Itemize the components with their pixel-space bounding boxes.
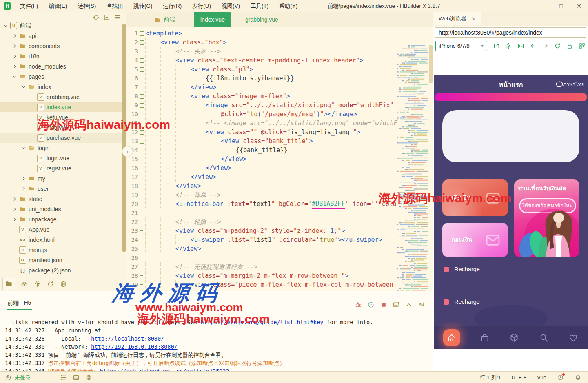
line-number[interactable]: 19 bbox=[126, 190, 138, 199]
close-tab-icon[interactable]: ✕ bbox=[471, 16, 476, 22]
chevron-right-icon[interactable] bbox=[11, 53, 18, 60]
bug-icon[interactable] bbox=[33, 280, 41, 288]
code-line[interactable]: 25</view> bbox=[126, 244, 433, 253]
line-number[interactable]: 5 bbox=[126, 65, 138, 74]
tree-item-api[interactable]: api bbox=[0, 31, 126, 41]
tree-item-grabbing-vue[interactable]: Vgrabbing.vue bbox=[0, 92, 126, 102]
maximize-button[interactable]: □ bbox=[552, 0, 570, 12]
chevron-right-icon[interactable] bbox=[11, 43, 18, 49]
tabbar-cube-icon[interactable] bbox=[509, 332, 519, 343]
tree-item-static[interactable]: static bbox=[0, 194, 126, 204]
collapse-all-icon[interactable] bbox=[103, 14, 110, 21]
code-line[interactable]: 6{{i18n.into_s.yihanwei}} bbox=[126, 74, 433, 83]
minimap[interactable] bbox=[395, 43, 428, 291]
line-number[interactable]: 7 bbox=[126, 83, 138, 92]
tree-item-node-modules[interactable]: node_modules bbox=[0, 61, 126, 71]
menu-icon[interactable] bbox=[114, 14, 121, 21]
line-number[interactable]: 3 bbox=[126, 47, 138, 56]
line-number[interactable]: 23 bbox=[126, 226, 138, 235]
binoculars-icon[interactable] bbox=[20, 280, 28, 288]
terminal-icon[interactable] bbox=[73, 374, 80, 381]
tree-item-i18n[interactable]: i18n bbox=[0, 51, 126, 61]
chevron-right-icon[interactable] bbox=[11, 63, 18, 70]
menu-item[interactable]: 工具(T) bbox=[251, 2, 268, 10]
menu-item[interactable]: 编辑(E) bbox=[49, 2, 67, 10]
qr-code-icon[interactable] bbox=[579, 42, 586, 49]
log-link[interactable]: http://localhost:8080/ bbox=[91, 335, 164, 342]
line-number[interactable]: 22 bbox=[126, 217, 138, 226]
tree-item-index-vue[interactable]: Vindex.vue bbox=[0, 102, 126, 112]
code-line[interactable]: 16</view> bbox=[126, 164, 433, 173]
console-tab[interactable]: 前端 - H5 bbox=[7, 299, 31, 307]
minimize-button[interactable]: – bbox=[534, 0, 552, 12]
tabbar-home-active[interactable] bbox=[443, 329, 460, 346]
line-number[interactable]: 20 bbox=[126, 199, 138, 208]
code-line[interactable]: 9<image src="../../static/xinxi.png" mod… bbox=[126, 101, 433, 110]
line-number[interactable]: 21 bbox=[126, 208, 138, 217]
tabbar-bag-icon[interactable] bbox=[479, 332, 490, 343]
url-input[interactable] bbox=[435, 27, 586, 38]
recharge-row[interactable]: Recharge bbox=[444, 299, 588, 305]
line-number[interactable]: 9 bbox=[126, 101, 138, 110]
code-line[interactable]: 17</view> bbox=[126, 173, 433, 182]
code-line[interactable]: 15</view> bbox=[126, 155, 433, 164]
line-number[interactable]: 24 bbox=[126, 235, 138, 244]
line-number[interactable]: 17 bbox=[126, 173, 138, 182]
code-line[interactable]: 4<view class="text-center m-padding-1 in… bbox=[126, 56, 433, 65]
code-line[interactable]: 3<!-- 头部 --> bbox=[126, 47, 433, 56]
tree-item-regist-vue[interactable]: Vregist.vue bbox=[0, 163, 126, 173]
code-line[interactable]: 24<u-swiper :list="list1" :circular='tru… bbox=[126, 235, 433, 244]
login-status[interactable]: 未登录 bbox=[5, 374, 31, 381]
chevron-right-icon[interactable] bbox=[20, 175, 27, 182]
language-switch[interactable]: ภาษาไทย bbox=[563, 80, 584, 89]
code-area[interactable]: 1<template>2<view class="box">3<!-- 头部 -… bbox=[126, 27, 433, 291]
code-line[interactable]: 7</view> bbox=[126, 83, 433, 92]
chevron-down-icon[interactable] bbox=[20, 84, 27, 90]
code-line[interactable]: 5<view class="p3"> bbox=[126, 65, 433, 74]
code-line[interactable]: 1<template> bbox=[126, 29, 433, 38]
line-number[interactable]: 11 bbox=[126, 119, 138, 128]
tabbar-heart-icon[interactable] bbox=[568, 332, 579, 343]
line-number[interactable]: 6 bbox=[126, 74, 138, 83]
forward-icon[interactable] bbox=[542, 42, 549, 49]
line-number[interactable]: 2 bbox=[126, 38, 138, 47]
tree-item-pages[interactable]: pages bbox=[0, 71, 126, 82]
code-line[interactable]: 27<!-- 充值提现邀请好友 --> bbox=[126, 262, 433, 271]
fold-marker-icon[interactable] bbox=[140, 103, 144, 108]
code-line[interactable]: 22<!-- 轮播 --> bbox=[126, 217, 433, 226]
tree-item-package-2-json[interactable]: [ ]package (2).json bbox=[0, 265, 126, 275]
deposit-card[interactable]: เติมเงิน bbox=[442, 179, 508, 216]
tree-item-user[interactable]: user bbox=[0, 184, 126, 194]
cursor-position[interactable]: 行:1 列:1 bbox=[480, 374, 501, 381]
tree-item-msg-vue[interactable]: Vmsg.vue bbox=[0, 122, 126, 133]
clear-log-icon[interactable] bbox=[418, 301, 425, 308]
code-line[interactable]: 28<view class="m-margin-2 m-flex m-row-b… bbox=[126, 271, 433, 280]
chevron-down-icon[interactable] bbox=[20, 145, 27, 151]
outline-list-icon[interactable] bbox=[60, 374, 67, 381]
restart-icon[interactable] bbox=[367, 301, 375, 308]
tree-item-kefu-vue[interactable]: Vkefu.vue bbox=[0, 112, 126, 122]
tree-item-main-js[interactable]: Jmain.js bbox=[0, 245, 126, 255]
log-link[interactable]: https://vuejs.org/guide/list.html#key bbox=[201, 319, 324, 325]
tree-item-uni-modules[interactable]: uni_modules bbox=[0, 204, 126, 214]
menu-item[interactable]: 发行(U) bbox=[192, 2, 211, 10]
menu-item[interactable]: 运行(R) bbox=[163, 2, 182, 10]
bell-icon[interactable] bbox=[575, 374, 581, 381]
chevron-right-icon[interactable] bbox=[11, 33, 18, 39]
line-number[interactable]: 18 bbox=[126, 182, 138, 190]
menu-item[interactable]: 文件(F) bbox=[20, 2, 38, 10]
fold-marker-icon[interactable] bbox=[140, 283, 144, 287]
fold-marker-icon[interactable] bbox=[140, 40, 144, 45]
chevron-down-icon[interactable] bbox=[2, 22, 9, 29]
debug-bug-icon[interactable] bbox=[355, 301, 362, 308]
fold-marker-icon[interactable] bbox=[140, 139, 144, 144]
editor-tab-index-vue[interactable]: index.vue bbox=[194, 12, 231, 27]
unlock-icon[interactable] bbox=[566, 42, 573, 49]
device-selector[interactable]: iPhone 6/7/8 ▼ bbox=[435, 41, 487, 51]
recharge-row[interactable]: Recharge bbox=[444, 266, 588, 272]
plugins-icon[interactable] bbox=[85, 374, 92, 381]
refresh-icon[interactable] bbox=[554, 42, 561, 49]
tree-item-login[interactable]: login bbox=[0, 143, 126, 153]
fold-marker-icon[interactable] bbox=[140, 58, 144, 63]
code-line[interactable]: 8<view class="image m-flex"> bbox=[126, 92, 433, 101]
